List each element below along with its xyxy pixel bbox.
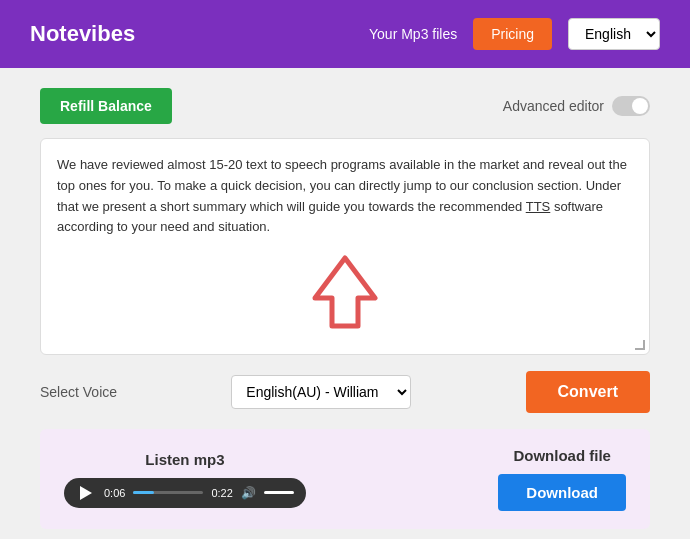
main-content: Refill Balance Advanced editor We have r… [0, 68, 690, 539]
progress-fill [133, 491, 154, 494]
upload-arrow-area [57, 248, 633, 338]
editor-card: We have reviewed almost 15-20 text to sp… [40, 138, 650, 355]
volume-icon: 🔊 [241, 486, 256, 500]
mp3-files-link[interactable]: Your Mp3 files [369, 26, 457, 42]
refill-balance-button[interactable]: Refill Balance [40, 88, 172, 124]
logo: Notevibes [30, 21, 135, 47]
upload-arrow-icon [300, 248, 390, 338]
header: Notevibes Your Mp3 files Pricing English [0, 0, 690, 68]
header-right: Your Mp3 files Pricing English [369, 18, 660, 50]
pricing-button[interactable]: Pricing [473, 18, 552, 50]
voice-select[interactable]: English(AU) - William [231, 375, 411, 409]
voice-label: Select Voice [40, 384, 117, 400]
advanced-editor-toggle: Advanced editor [503, 96, 650, 116]
progress-bar[interactable] [133, 491, 203, 494]
download-section: Download file Download [498, 447, 626, 511]
voice-row: Select Voice English(AU) - William Conve… [40, 371, 650, 413]
advanced-editor-switch[interactable] [612, 96, 650, 116]
audio-player: 0:06 0:22 🔊 [64, 478, 306, 508]
listen-download-card: Listen mp3 0:06 0:22 🔊 Download file Dow… [40, 429, 650, 529]
top-bar: Refill Balance Advanced editor [40, 88, 650, 124]
download-title: Download file [513, 447, 611, 464]
language-select[interactable]: English [568, 18, 660, 50]
listen-title: Listen mp3 [145, 451, 224, 468]
editor-text[interactable]: We have reviewed almost 15-20 text to sp… [57, 155, 633, 238]
advanced-editor-label: Advanced editor [503, 98, 604, 114]
play-icon [80, 486, 92, 500]
listen-section: Listen mp3 0:06 0:22 🔊 [64, 451, 306, 508]
convert-button[interactable]: Convert [526, 371, 650, 413]
download-button[interactable]: Download [498, 474, 626, 511]
resize-handle[interactable] [635, 340, 645, 350]
svg-marker-0 [315, 258, 375, 326]
tts-underline: TTS [526, 199, 551, 214]
time-total: 0:22 [211, 487, 232, 499]
time-current: 0:06 [104, 487, 125, 499]
volume-bar[interactable] [264, 491, 294, 494]
play-button[interactable] [76, 483, 96, 503]
